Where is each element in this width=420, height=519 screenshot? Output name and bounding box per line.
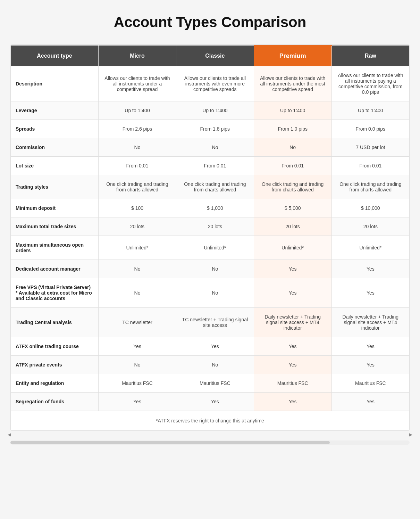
cell-classic: Up to 1:400: [176, 101, 254, 120]
cell-classic: One click trading and trading from chart…: [176, 175, 254, 199]
cell-raw: Yes: [331, 393, 409, 411]
table-row: LeverageUp to 1:400Up to 1:400Up to 1:40…: [11, 101, 409, 120]
footer-row: *ATFX reserves the right to change this …: [11, 411, 409, 431]
cell-micro: Allows our clients to trade with all ins…: [99, 66, 176, 101]
table-row: Free VPS (Virtual Private Server) * Avai…: [11, 278, 409, 308]
cell-micro: No: [99, 278, 176, 308]
feature-cell: Lot size: [11, 157, 99, 175]
cell-classic: From 0.01: [176, 157, 254, 175]
table-row: Dedicated account managerNoNoYesYes: [11, 260, 409, 278]
right-arrow-icon[interactable]: ▶: [409, 432, 412, 437]
cell-classic: No: [176, 278, 254, 308]
cell-micro: Mauritius FSC: [99, 374, 176, 393]
cell-raw: Daily newsletter + Trading signal site a…: [331, 308, 409, 337]
header-micro: Micro: [99, 46, 176, 66]
cell-premium: Up to 1:400: [254, 101, 331, 120]
cell-classic: Mauritius FSC: [176, 374, 254, 393]
cell-classic: Yes: [176, 393, 254, 411]
header-feature: Account type: [11, 46, 99, 66]
page-wrapper: Account Types Comparison Account type Mi…: [0, 0, 420, 459]
cell-micro: From 2.6 pips: [99, 120, 176, 138]
cell-micro: No: [99, 138, 176, 157]
cell-raw: From 0.01: [331, 157, 409, 175]
table-header-row: Account type Micro Classic Premium Raw: [11, 46, 409, 66]
header-classic: Classic: [176, 46, 254, 66]
cell-premium: From 1.0 pips: [254, 120, 331, 138]
cell-micro: Yes: [99, 337, 176, 356]
cell-micro: No: [99, 260, 176, 278]
cell-raw: Up to 1:400: [331, 101, 409, 120]
premium-label: Premium: [258, 52, 327, 60]
comparison-table: Account type Micro Classic Premium Raw D…: [11, 45, 409, 430]
table-row: CommissionNoNoNo7 USD per lot: [11, 138, 409, 157]
cell-premium: From 0.01: [254, 157, 331, 175]
feature-cell: Commission: [11, 138, 99, 157]
cell-premium: Allows our clients to trade with all ins…: [254, 66, 331, 101]
cell-premium: Yes: [254, 278, 331, 308]
cell-premium: Unlimited*: [254, 236, 331, 260]
table-row: DescriptionAllows our clients to trade w…: [11, 66, 409, 101]
table-row: Entity and regulationMauritius FSCMaurit…: [11, 374, 409, 393]
cell-raw: $ 10,000: [331, 199, 409, 217]
table-body: DescriptionAllows our clients to trade w…: [11, 66, 409, 411]
feature-cell: Trading Central analysis: [11, 308, 99, 337]
cell-raw: Yes: [331, 356, 409, 374]
cell-micro: From 0.01: [99, 157, 176, 175]
cell-micro: 20 lots: [99, 217, 176, 236]
cell-premium: Yes: [254, 356, 331, 374]
page-title: Account Types Comparison: [7, 14, 413, 31]
cell-classic: Unlimited*: [176, 236, 254, 260]
table-row: Segregation of fundsYesYesYesYes: [11, 393, 409, 411]
cell-raw: 7 USD per lot: [331, 138, 409, 157]
cell-premium: Yes: [254, 260, 331, 278]
cell-raw: Yes: [331, 337, 409, 356]
scroll-nav: ◀ ▶: [7, 431, 413, 438]
cell-classic: TC newsletter + Trading signal site acce…: [176, 308, 254, 337]
cell-classic: 20 lots: [176, 217, 254, 236]
cell-micro: No: [99, 356, 176, 374]
left-arrow-icon[interactable]: ◀: [8, 432, 11, 437]
table-row: Lot sizeFrom 0.01From 0.01From 0.01From …: [11, 157, 409, 175]
cell-micro: Up to 1:400: [99, 101, 176, 120]
cell-classic: Allows our clients to trade all instrume…: [176, 66, 254, 101]
cell-premium: $ 5,000: [254, 199, 331, 217]
comparison-table-wrapper: Account type Micro Classic Premium Raw D…: [10, 44, 410, 431]
table-row: Maximum simultaneous open ordersUnlimite…: [11, 236, 409, 260]
cell-premium: Daily newsletter + Trading signal site a…: [254, 308, 331, 337]
table-row: ATFX online trading courseYesYesYesYes: [11, 337, 409, 356]
header-premium: Premium: [254, 46, 331, 66]
cell-premium: One click trading and trading from chart…: [254, 175, 331, 199]
cell-premium: No: [254, 138, 331, 157]
cell-classic: No: [176, 138, 254, 157]
header-raw: Raw: [331, 46, 409, 66]
feature-cell: Maximum simultaneous open orders: [11, 236, 99, 260]
feature-cell: ATFX private events: [11, 356, 99, 374]
cell-micro: Yes: [99, 393, 176, 411]
cell-raw: From 0.0 pips: [331, 120, 409, 138]
feature-cell: Leverage: [11, 101, 99, 120]
cell-micro: TC newsletter: [99, 308, 176, 337]
feature-cell: Trading styles: [11, 175, 99, 199]
cell-classic: No: [176, 260, 254, 278]
cell-raw: Unlimited*: [331, 236, 409, 260]
cell-classic: $ 1,000: [176, 199, 254, 217]
table-row: ATFX private eventsNoNoYesYes: [11, 356, 409, 374]
scrollbar-thumb[interactable]: [10, 441, 330, 444]
feature-cell: Free VPS (Virtual Private Server) * Avai…: [11, 278, 99, 308]
feature-cell: Spreads: [11, 120, 99, 138]
cell-classic: No: [176, 356, 254, 374]
cell-raw: Yes: [331, 278, 409, 308]
feature-cell: Segregation of funds: [11, 393, 99, 411]
cell-classic: From 1.8 pips: [176, 120, 254, 138]
horizontal-scrollbar[interactable]: [10, 440, 410, 445]
cell-micro: One click trading and trading from chart…: [99, 175, 176, 199]
cell-raw: One click trading and trading from chart…: [331, 175, 409, 199]
cell-raw: Allows our clients to trade with all ins…: [331, 66, 409, 101]
table-row: Minimum deposit$ 100$ 1,000$ 5,000$ 10,0…: [11, 199, 409, 217]
cell-raw: Yes: [331, 260, 409, 278]
feature-cell: ATFX online trading course: [11, 337, 99, 356]
table-row: Trading stylesOne click trading and trad…: [11, 175, 409, 199]
cell-premium: 20 lots: [254, 217, 331, 236]
feature-cell: Description: [11, 66, 99, 101]
feature-cell: Maximum total trade sizes: [11, 217, 99, 236]
